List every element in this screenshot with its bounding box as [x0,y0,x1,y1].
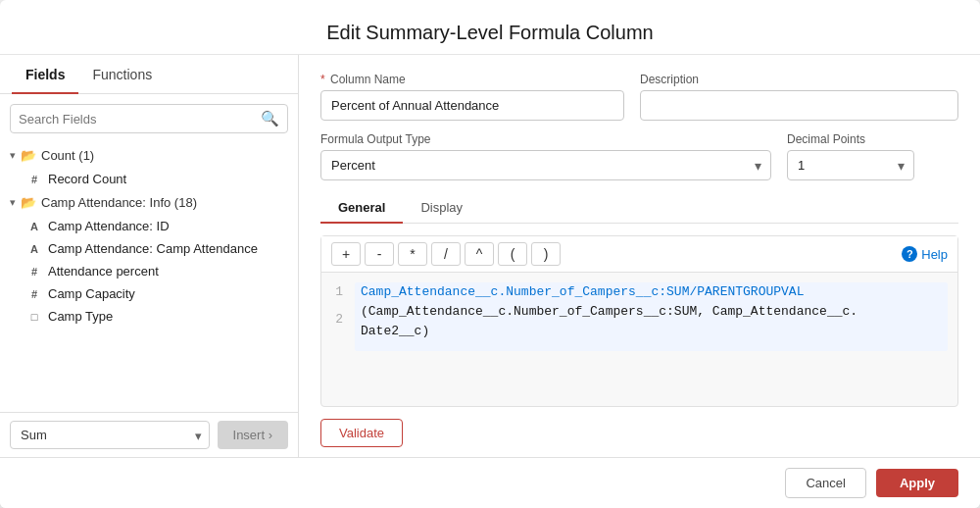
line-numbers: 1 2 [321,282,355,351]
field-type-h3: # [27,266,41,278]
formula-code-area[interactable]: 1 2 Camp_Attendance__c.Number_of_Campers… [321,273,957,361]
right-panel: * Column Name Description Formula Output… [299,55,980,457]
modal-title: Edit Summary-Level Formula Column [326,22,653,43]
description-label: Description [640,73,958,86]
validate-row: Validate [320,419,958,447]
help-circle-icon: ? [902,246,917,262]
decimal-points-dropdown-wrap: 0 1 2 3 4 [787,150,914,180]
column-name-group: * Column Name [320,73,624,121]
formula-code-content[interactable]: Camp_Attendance__c.Number_of_Campers__c:… [355,282,948,351]
field-label: Attendance percent [48,264,159,279]
formula-text-line2: (Camp_Attendance__c.Number_of_Campers__c… [361,304,858,338]
field-label: Camp Attendance: ID [48,219,170,233]
line-number-2: 2 [333,302,343,330]
group-camp-label: Camp Attendance: Info (18) [41,195,197,210]
field-type-a2: A [27,243,41,255]
formula-output-select[interactable]: Percent Number Currency Text [320,150,771,180]
modal-header: Edit Summary-Level Formula Column [0,0,980,55]
folder-count-icon: 📂 [21,148,36,163]
field-type-hash: # [27,174,41,185]
form-row-output: Formula Output Type Percent Number Curre… [320,132,958,180]
search-icon: 🔍 [261,110,279,127]
apply-button[interactable]: Apply [876,469,958,497]
formula-output-label: Formula Output Type [320,132,771,146]
formula-toolbar: + - * / ^ ( ) ? Help [321,236,957,273]
arrow-count: ▾ [10,149,16,162]
list-item[interactable]: # Attendance percent [0,260,298,282]
formula-btn-rparen[interactable]: ) [531,242,561,266]
insert-button[interactable]: Insert › [218,421,288,449]
cancel-button[interactable]: Cancel [785,468,865,498]
formula-btn-multiply[interactable]: * [398,242,427,266]
modal-body: Fields Functions 🔍 ▾ 📂 Count (1) # Recor… [0,55,980,457]
search-input[interactable] [19,112,261,127]
field-type-a1: A [27,221,41,232]
list-item[interactable]: # Record Count [0,168,298,190]
list-item[interactable]: A Camp Attendance: ID [0,215,298,237]
group-count-label: Count (1) [41,148,94,163]
aggregate-select[interactable]: Sum Count Avg Min Max [10,421,210,449]
group-count[interactable]: ▾ 📂 Count (1) [0,143,298,168]
column-name-input[interactable] [320,90,624,121]
field-label: Camp Type [48,309,113,324]
column-name-label: * Column Name [320,73,624,86]
formula-btn-minus[interactable]: - [365,242,394,266]
required-star: * [320,73,325,86]
description-input[interactable] [640,90,958,121]
formula-output-dropdown-wrap: Percent Number Currency Text [320,150,771,180]
search-bar: 🔍 [10,104,288,133]
modal-footer: Cancel Apply [0,457,980,508]
formula-btn-lparen[interactable]: ( [498,242,527,266]
left-panel: Fields Functions 🔍 ▾ 📂 Count (1) # Recor… [0,55,299,457]
list-item[interactable]: A Camp Attendance: Camp Attendance [0,237,298,260]
left-tabs: Fields Functions [0,55,298,94]
aggregate-select-wrap: Sum Count Avg Min Max [10,421,210,449]
arrow-camp: ▾ [10,196,16,209]
sub-tab-display[interactable]: Display [403,192,480,224]
folder-camp-icon: 📂 [21,195,36,210]
fields-list: ▾ 📂 Count (1) # Record Count ▾ 📂 Camp At… [0,139,298,412]
line-number-1: 1 [333,282,343,302]
formula-text-line1: Camp_Attendance__c.Number_of_Campers__c:… [361,284,804,299]
formula-btn-caret[interactable]: ^ [465,242,494,266]
list-item[interactable]: # Camp Capacity [0,282,298,305]
decimal-points-label: Decimal Points [787,132,914,146]
field-type-sq: □ [27,311,41,323]
decimal-points-group: Decimal Points 0 1 2 3 4 [787,132,914,180]
formula-editor: + - * / ^ ( ) ? Help 1 2 [320,235,958,407]
sub-tabs-bar: General Display [320,192,958,224]
group-camp-attendance[interactable]: ▾ 📂 Camp Attendance: Info (18) [0,190,298,215]
tab-fields[interactable]: Fields [12,55,78,94]
formula-output-group: Formula Output Type Percent Number Curre… [320,132,771,180]
field-label: Camp Capacity [48,286,135,301]
form-row-names: * Column Name Description [320,73,958,121]
tab-functions[interactable]: Functions [78,55,166,94]
description-group: Description [640,73,958,121]
sub-tab-general[interactable]: General [320,192,403,224]
help-label: Help [921,247,948,262]
field-type-h4: # [27,288,41,300]
list-item[interactable]: □ Camp Type [0,305,298,328]
formula-btn-divide[interactable]: / [431,242,461,266]
modal: Edit Summary-Level Formula Column Fields… [0,0,980,508]
field-label: Record Count [48,172,126,186]
insert-button-label: Insert › [233,428,272,442]
left-bottom-bar: Sum Count Avg Min Max Insert › [0,412,298,457]
help-link[interactable]: ? Help [902,246,948,262]
validate-button[interactable]: Validate [320,419,403,447]
field-label: Camp Attendance: Camp Attendance [48,241,258,256]
formula-btn-plus[interactable]: + [331,242,361,266]
decimal-points-select[interactable]: 0 1 2 3 4 [787,150,914,180]
